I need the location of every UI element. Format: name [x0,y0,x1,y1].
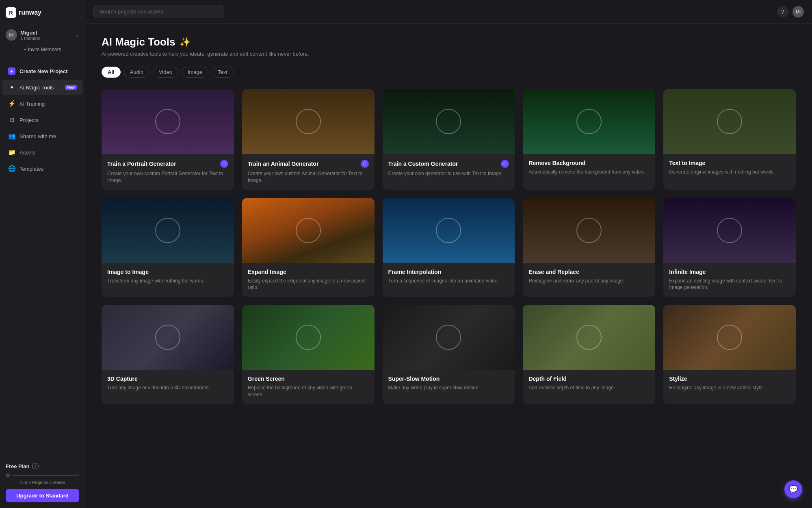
tool-card-train-custom[interactable]: Train a Custom Generator⬡Create your own… [383,89,515,190]
sidebar-item-assets[interactable]: 📁 Assets [2,145,82,160]
sidebar-item-ai-training[interactable]: ⚡ AI Training [2,96,82,111]
content-area: AI Magic Tools ✨ AI-powered creative too… [85,24,812,508]
logo[interactable]: R runway [6,7,41,18]
sidebar-bottom: Free Plan i 0 of 3 Projects Created Upgr… [0,457,85,508]
tool-card-tool-row3-5[interactable]: StylizeReimagine any image in a new arti… [663,305,796,404]
page-title: AI Magic Tools [102,36,175,48]
tool-title-remove-background: Remove Background [528,160,585,166]
filter-tab-all[interactable]: All [102,67,121,78]
tool-card-infinite-image[interactable]: Infinite ImageExpand an existing image w… [663,198,796,297]
bolt-icon: ⚡ [8,100,15,107]
plus-square-icon: + [8,67,15,75]
svg-point-12 [436,325,461,350]
tool-desc-train-portrait: Create your own custom Portrait Generato… [107,170,228,184]
svg-point-2 [436,109,461,134]
tool-card-image-text-to-image [663,89,796,154]
user-row[interactable]: Mi Miguel 1 member ⌄ [6,29,79,41]
tool-desc-expand-image: Easily expand the edges of any image to … [248,278,369,291]
tool-card-image-image-to-image [102,198,234,263]
tool-card-tool-row3-4[interactable]: Depth of FieldAdd realistic depth of fie… [523,305,655,404]
user-name: Miguel [20,30,41,36]
avatar: Mi [6,29,17,41]
filter-tabs: AllAudioVideoImageText [102,67,796,78]
tools-grid: Train a Portrait Generator⬡Create your o… [102,89,796,404]
tool-card-image-tool-row3-4 [523,305,655,370]
tool-title-erase-and-replace: Erase and Replace [528,269,579,275]
topbar-avatar[interactable]: Mi [793,6,804,17]
tool-card-image-expand-image [242,198,375,263]
svg-point-3 [577,109,601,134]
upgrade-button[interactable]: Upgrade to Standard [6,489,79,502]
tool-card-image-frame-interpolation [383,198,515,263]
tool-title-text-to-image: Text to Image [669,160,705,166]
users-icon: 👥 [8,132,15,140]
tool-title-train-animal: Train an Animal Generator [248,161,319,167]
tool-card-frame-interpolation[interactable]: Frame InterpolationTurn a sequence of im… [383,198,515,297]
tool-card-image-train-animal [242,89,375,154]
tool-title-infinite-image: Infinite Image [669,269,706,275]
tool-card-train-animal[interactable]: Train an Animal Generator⬡Create your ow… [242,89,375,190]
tool-title-tool-row3-1: 3D Capture [107,376,138,382]
plan-label-row: Free Plan i [6,463,79,469]
svg-point-8 [577,218,601,243]
sidebar-item-ai-magic-tools[interactable]: ✦ AI Magic Tools New [2,80,82,95]
topbar-right: ? Mi [777,6,804,17]
tool-desc-tool-row3-2: Replace the background of any video with… [248,384,369,398]
svg-point-14 [717,325,742,350]
svg-point-9 [717,218,742,243]
filter-tab-audio[interactable]: Audio [124,67,149,78]
user-member-count: 1 member [20,36,41,41]
sidebar-item-label: AI Training [19,101,45,107]
svg-point-7 [436,218,461,243]
sidebar-item-shared-with-me[interactable]: 👥 Shared with me [2,128,82,144]
svg-point-10 [156,325,180,350]
page-title-row: AI Magic Tools ✨ [102,36,796,48]
sidebar-item-projects[interactable]: ⊞ Projects [2,112,82,128]
tool-title-tool-row3-5: Stylize [669,376,687,382]
tool-card-expand-image[interactable]: Expand ImageEasily expand the edges of a… [242,198,375,297]
grid-icon: ⊞ [8,116,15,124]
tool-card-image-remove-background [523,89,655,154]
sidebar-item-create-new-project[interactable]: + Create New Project [2,63,82,79]
tool-desc-tool-row3-1: Turn any image or video into a 3D enviro… [107,384,228,391]
user-section: Mi Miguel 1 member ⌄ + Invite Members [0,25,85,59]
tool-card-image-infinite-image [663,198,796,263]
logo-text: runway [19,9,41,16]
new-badge: New [65,85,77,90]
page-subtitle: AI-powered creative tools to help you id… [102,51,796,57]
tool-desc-infinite-image: Expand an existing image with context aw… [669,278,790,291]
invite-members-button[interactable]: + Invite Members [6,44,79,55]
tool-card-image-to-image[interactable]: Image to ImageTransform any image with n… [102,198,234,297]
sidebar-item-templates[interactable]: 🌐 Templates [2,161,82,176]
tool-title-tool-row3-3: Super-Slow Motion [388,376,440,382]
user-info: Mi Miguel 1 member [6,29,41,41]
search-input[interactable] [93,5,223,18]
tool-badge-train-portrait: ⬡ [220,160,228,168]
progress-dot [6,473,10,478]
tool-card-tool-row3-2[interactable]: Green ScreenReplace the background of an… [242,305,375,404]
svg-point-6 [296,218,320,243]
tool-desc-text-to-image: Generate original images with nothing bu… [669,169,790,176]
sidebar-item-label: AI Magic Tools [19,85,54,91]
sidebar-item-label: Templates [19,166,43,172]
tool-card-image-erase-and-replace [523,198,655,263]
filter-tab-text[interactable]: Text [212,67,234,78]
tool-card-erase-and-replace[interactable]: Erase and ReplaceReimagine and remix any… [523,198,655,297]
tool-card-text-to-image[interactable]: Text to ImageGenerate original images wi… [663,89,796,190]
chat-bubble[interactable]: 💬 [784,480,802,498]
globe-icon: 🌐 [8,165,15,172]
tool-card-remove-background[interactable]: Remove BackgroundAutomatically remove th… [523,89,655,190]
help-button[interactable]: ? [777,6,788,17]
tool-card-image-train-custom [383,89,515,154]
tool-card-tool-row3-3[interactable]: Super-Slow MotionMake any video play in … [383,305,515,404]
topbar: ? Mi [85,0,812,24]
tool-desc-tool-row3-5: Reimagine any image in a new artistic st… [669,384,790,391]
tool-card-image-train-portrait [102,89,234,154]
svg-point-5 [156,218,180,243]
tool-card-tool-row3-1[interactable]: 3D CaptureTurn any image or video into a… [102,305,234,404]
sidebar-logo-area: R runway [0,0,85,25]
info-icon[interactable]: i [32,463,39,469]
filter-tab-image[interactable]: Image [182,67,208,78]
tool-card-train-portrait[interactable]: Train a Portrait Generator⬡Create your o… [102,89,234,190]
filter-tab-video[interactable]: Video [153,67,178,78]
